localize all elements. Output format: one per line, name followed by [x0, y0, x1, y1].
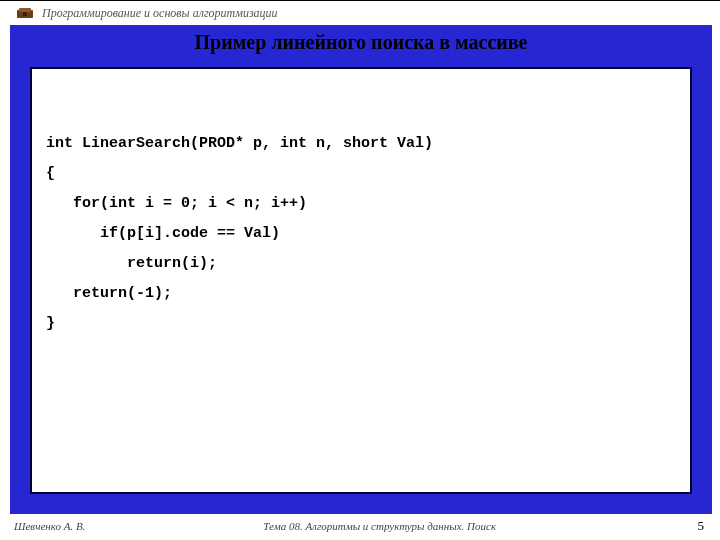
- svg-rect-2: [23, 12, 27, 16]
- code-line: for(int i = 0; i < n; i++): [46, 189, 676, 219]
- footer-author: Шевченко А. В.: [10, 520, 85, 532]
- code-line: {: [46, 159, 676, 189]
- code-line: int LinearSearch(PROD* p, int n, short V…: [46, 129, 676, 159]
- course-logo-icon: [16, 6, 34, 20]
- content-frame: Пример линейного поиска в массиве int Li…: [10, 25, 712, 514]
- code-line: if(p[i].code == Val): [46, 219, 676, 249]
- slide-title: Пример линейного поиска в массиве: [10, 31, 712, 54]
- code-line: }: [46, 309, 676, 339]
- slide: Программирование и основы алгоритмизации…: [0, 0, 720, 540]
- header-band: Программирование и основы алгоритмизации: [10, 2, 712, 24]
- code-line: return(-1);: [46, 279, 676, 309]
- course-title: Программирование и основы алгоритмизации: [42, 6, 278, 21]
- footer-page-number: 5: [674, 518, 712, 534]
- footer: Шевченко А. В. Тема 08. Алгоритмы и стру…: [10, 515, 712, 537]
- svg-rect-1: [19, 8, 31, 12]
- code-box: int LinearSearch(PROD* p, int n, short V…: [30, 67, 692, 494]
- footer-topic: Тема 08. Алгоритмы и структуры данных. П…: [85, 520, 674, 532]
- code-line: return(i);: [46, 249, 676, 279]
